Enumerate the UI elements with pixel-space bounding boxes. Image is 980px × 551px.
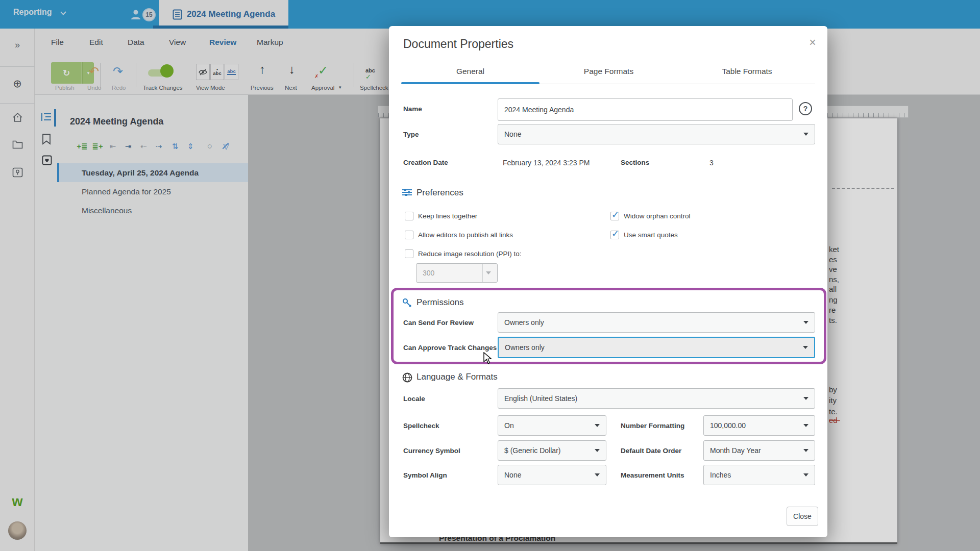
tab-table-formats[interactable]: Table Formats <box>678 67 816 76</box>
sections-value: 3 <box>709 159 714 167</box>
widow-orphan-checkbox[interactable]: ✓ <box>610 212 619 220</box>
type-label: Type <box>403 131 419 138</box>
currency-symbol-value: $ (Generic Dollar) <box>504 446 560 455</box>
number-formatting-select[interactable]: 100,000.00 <box>703 415 815 436</box>
app-screen: Reporting 15 2024 Meeting Agenda File Ed… <box>0 0 980 551</box>
allow-editors-label: Allow editors to publish all links <box>418 231 513 239</box>
help-icon[interactable]: ? <box>799 102 812 115</box>
reduce-ppi-label: Reduce image resolution (PPI) to: <box>418 250 522 258</box>
mouse-cursor <box>483 352 494 364</box>
date-order-label: Default Date Order <box>621 447 681 455</box>
language-formats-header: Language & Formats <box>416 372 498 382</box>
number-formatting-value: 100,000.00 <box>710 421 746 430</box>
allow-editors-checkbox[interactable] <box>405 231 413 239</box>
creation-date-value: February 13, 2024 3:23 PM <box>503 159 590 167</box>
check-icon: ✓ <box>611 209 619 220</box>
measurement-units-select[interactable]: Inches <box>703 465 815 485</box>
caret-down-icon <box>486 271 491 274</box>
modal-title: Document Properties <box>403 37 513 51</box>
symbol-align-value: None <box>504 471 521 479</box>
permissions-highlight <box>391 288 826 364</box>
caret-down-icon <box>803 424 808 427</box>
widow-orphan-label: Widow orphan control <box>624 212 691 220</box>
caret-down-icon <box>595 449 600 452</box>
measurement-units-label: Measurement Units <box>621 471 684 479</box>
date-order-select[interactable]: Month Day Year <box>703 440 815 461</box>
smart-quotes-label: Use smart quotes <box>624 231 678 239</box>
check-icon: ✓ <box>611 228 619 239</box>
keep-lines-label: Keep lines together <box>418 212 477 220</box>
spellcheck-setting-label: Spellcheck <box>403 422 439 430</box>
creation-date-label: Creation Date <box>403 159 448 166</box>
symbol-align-select[interactable]: None <box>498 465 606 485</box>
ppi-select: 300 <box>416 263 498 283</box>
active-tab-underline <box>401 82 540 84</box>
currency-symbol-label: Currency Symbol <box>403 447 460 455</box>
keep-lines-checkbox[interactable] <box>405 212 413 220</box>
spellcheck-value: On <box>504 421 514 430</box>
sections-label: Sections <box>621 159 649 166</box>
tab-page-formats[interactable]: Page Formats <box>540 67 678 76</box>
name-label: Name <box>403 105 422 113</box>
currency-symbol-select[interactable]: $ (Generic Dollar) <box>498 440 606 461</box>
reduce-ppi-checkbox[interactable] <box>405 249 413 258</box>
ppi-value: 300 <box>423 269 434 277</box>
caret-down-icon <box>595 473 600 477</box>
caret-down-icon <box>803 397 808 400</box>
locale-select[interactable]: English (United States) <box>498 388 815 409</box>
locale-value: English (United States) <box>504 394 577 403</box>
symbol-align-label: Symbol Align <box>403 471 447 479</box>
caret-down-icon <box>803 473 808 477</box>
globe-icon <box>402 372 412 383</box>
tab-general[interactable]: General <box>401 67 540 76</box>
spellcheck-select[interactable]: On <box>498 415 606 436</box>
document-properties-modal: Document Properties × General Page Forma… <box>389 26 827 537</box>
smart-quotes-checkbox[interactable]: ✓ <box>610 231 619 239</box>
caret-down-icon <box>803 133 808 136</box>
preferences-header: Preferences <box>416 188 463 198</box>
caret-down-icon <box>595 424 600 427</box>
date-order-value: Month Day Year <box>710 446 761 455</box>
close-button[interactable]: Close <box>787 507 818 526</box>
type-value: None <box>504 130 521 138</box>
preferences-icon <box>402 188 412 196</box>
name-input[interactable] <box>498 98 793 121</box>
type-select[interactable]: None <box>498 124 815 144</box>
close-icon[interactable]: × <box>806 36 819 48</box>
caret-down-icon <box>803 449 808 452</box>
measurement-units-value: Inches <box>710 471 731 479</box>
number-formatting-label: Number Formatting <box>621 422 684 430</box>
locale-label: Locale <box>403 395 425 403</box>
